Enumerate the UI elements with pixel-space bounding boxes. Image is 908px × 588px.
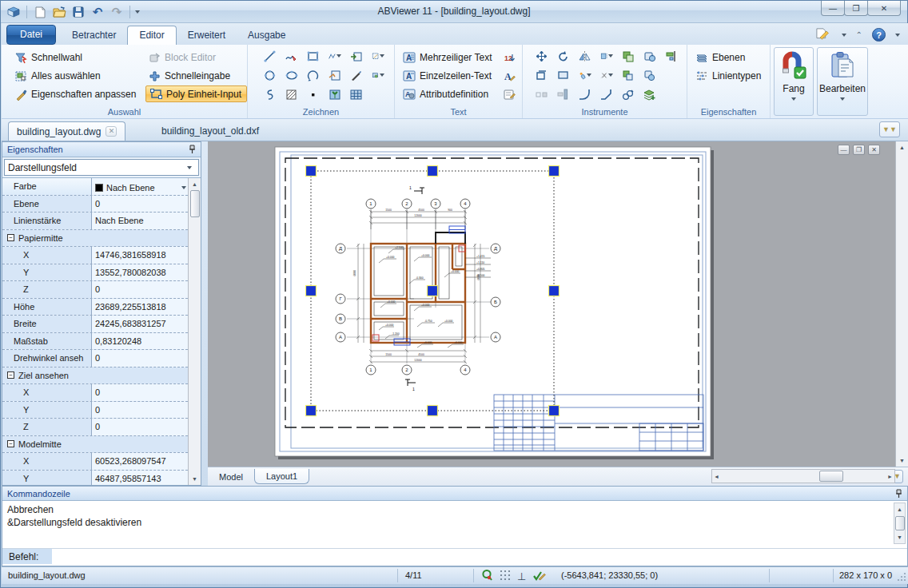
grid-dots-icon[interactable] <box>500 570 511 582</box>
property-row-x3[interactable]: X60523,268097547 <box>2 453 188 471</box>
add-layer-icon[interactable] <box>643 88 656 101</box>
tab-model[interactable]: Model <box>208 470 254 484</box>
sketch-icon[interactable] <box>285 50 298 62</box>
circle-icon[interactable] <box>264 69 277 81</box>
panel-splitter[interactable] <box>201 141 208 486</box>
canvas-vscrollbar[interactable]: ▲ ▼ <box>895 141 908 467</box>
spline-icon[interactable] <box>264 88 277 101</box>
property-row-z2[interactable]: Z0 <box>2 419 188 436</box>
scroll-down-icon[interactable]: ▼ <box>189 473 201 485</box>
explode-block-icon[interactable] <box>557 69 570 81</box>
tab-datei[interactable]: Datei <box>6 25 56 45</box>
touch-icon[interactable] <box>579 69 591 81</box>
tab-layout1[interactable]: Layout1 <box>254 469 309 484</box>
collapse-icon[interactable]: − <box>7 371 14 379</box>
tab-erweitert[interactable]: Erweitert <box>177 26 237 45</box>
pin-icon[interactable] <box>189 145 196 154</box>
rotate-icon[interactable] <box>557 50 570 62</box>
image-dropdown-icon[interactable] <box>380 74 384 77</box>
trim-dropdown-icon[interactable] <box>608 74 613 77</box>
linientypen-button[interactable]: Linientypen <box>695 68 761 84</box>
einzelzeilen-text-button[interactable]: A Einzelzeilen-Text <box>403 68 492 84</box>
resize-grip-icon[interactable] <box>897 572 906 583</box>
region-icon[interactable] <box>372 50 384 62</box>
copy-overlap-icon[interactable] <box>622 69 635 81</box>
command-history[interactable]: Abbrechen &Darstellungsfeld desaktiviere… <box>2 501 907 546</box>
rectangle-icon[interactable] <box>307 50 320 62</box>
scroll-up-icon[interactable]: ▲ <box>894 503 906 515</box>
chevron-down-icon[interactable] <box>183 161 195 173</box>
command-input[interactable] <box>52 549 907 564</box>
poly-einheit-input-button[interactable]: Poly Einheit-Input <box>145 85 247 102</box>
ortho-icon[interactable]: ⊥ <box>517 570 526 582</box>
property-row-farbe[interactable]: Farbe Nach Ebene <box>2 178 188 196</box>
align-icon[interactable] <box>665 50 678 62</box>
arc-icon[interactable] <box>307 69 320 81</box>
style-pencil-icon[interactable] <box>816 28 832 42</box>
schnellwahl-button[interactable]: Schnellwahl <box>14 50 82 66</box>
property-row-y3[interactable]: Y46487,95857143 <box>2 471 188 486</box>
pen-icon[interactable] <box>350 69 363 81</box>
scrollbar-thumb[interactable] <box>190 190 200 217</box>
fang-dropdown-icon[interactable] <box>791 97 796 101</box>
restore-icon[interactable]: ❐ <box>844 1 868 16</box>
mehrzeiliger-text-button[interactable]: A Mehrzeiliger Text <box>403 50 492 66</box>
minimize-icon[interactable]: — <box>821 1 845 16</box>
text-edit-icon[interactable] <box>504 88 516 101</box>
copy-rotate-icon[interactable] <box>643 69 656 81</box>
scroll-left-icon[interactable]: ◄ <box>714 474 719 479</box>
property-row-ebene[interactable]: Ebene0 <box>2 196 188 213</box>
offset-dropdown-icon[interactable] <box>608 54 613 58</box>
tab-ausgabe[interactable]: Ausgabe <box>237 26 297 45</box>
hatch-icon[interactable] <box>285 88 298 101</box>
property-row-linienstaerke[interactable]: LinienstärkeNach Ebene <box>2 213 188 230</box>
scroll-up-icon[interactable]: ▲ <box>189 178 201 190</box>
text-style-icon[interactable]: A <box>504 70 516 82</box>
wipeout-icon[interactable] <box>329 69 341 81</box>
scroll-up-icon[interactable]: ▲ <box>897 141 908 153</box>
collapse-icon[interactable]: − <box>7 234 14 241</box>
property-group-modelmitte[interactable]: −Modelmitte <box>2 436 188 454</box>
doc-tab-building-layout-dwg[interactable]: building_layout.dwg ✕ <box>8 121 125 141</box>
property-row-z[interactable]: Z0 <box>2 281 188 299</box>
help-icon[interactable]: ? <box>872 28 886 42</box>
region-dropdown-icon[interactable] <box>380 54 384 58</box>
object-type-select[interactable]: Darstellungsfeld <box>4 159 199 176</box>
cad-drawing[interactable]: 1234 124 ДГВА ДБА <box>208 141 890 467</box>
fang-button[interactable]: Fang <box>774 47 814 116</box>
property-group-ziel-ansehen[interactable]: −Ziel ansehen <box>2 368 188 385</box>
picture-icon[interactable] <box>329 88 341 101</box>
help-dropdown-icon[interactable] <box>895 34 900 37</box>
scale-down-icon[interactable] <box>536 88 548 101</box>
mdi-minimize-icon[interactable]: — <box>838 145 850 155</box>
chamfer-icon[interactable] <box>600 88 613 101</box>
collapse-icon[interactable]: − <box>7 440 14 447</box>
property-row-x[interactable]: X14746,381658918 <box>2 247 188 264</box>
bearbeiten-button[interactable]: Bearbeiten <box>817 47 868 116</box>
pin-icon[interactable] <box>895 489 902 499</box>
mdi-restore-icon[interactable]: ❐ <box>853 145 865 155</box>
table-icon[interactable] <box>350 88 363 101</box>
move-icon[interactable] <box>536 50 548 62</box>
close-icon[interactable]: ✕ <box>867 1 901 16</box>
property-row-y2[interactable]: Y0 <box>2 402 188 419</box>
polyline-dropdown-icon[interactable] <box>337 54 341 58</box>
trim-icon[interactable] <box>600 69 613 81</box>
group-icon[interactable] <box>622 88 635 101</box>
close-tab-icon[interactable]: ✕ <box>106 126 117 137</box>
tab-list-chevron-button[interactable]: ▼▼ <box>879 121 900 137</box>
copy-icon[interactable] <box>622 50 635 62</box>
ribbon-collapse-icon[interactable]: ⌃ <box>856 30 862 39</box>
doc-tab-building-layout-old-dxf[interactable]: building_layout_old.dxf <box>153 121 267 141</box>
property-group-papiermitte[interactable]: −Papiermitte <box>2 230 188 248</box>
canvas-hscrollbar[interactable]: ◄ ► <box>711 469 895 483</box>
value-dropdown-icon[interactable] <box>181 186 186 189</box>
property-row-x2[interactable]: X0 <box>2 384 188 402</box>
property-row-breite[interactable]: Breite24245,683831257 <box>2 316 188 333</box>
bearbeiten-dropdown-icon[interactable] <box>840 97 845 101</box>
block-editor-button[interactable]: Block Editor <box>148 50 216 66</box>
offset-icon[interactable] <box>600 50 613 62</box>
line-icon[interactable] <box>264 50 277 62</box>
explode-icon[interactable] <box>536 69 548 81</box>
scroll-down-icon[interactable]: ▼ <box>897 455 908 467</box>
